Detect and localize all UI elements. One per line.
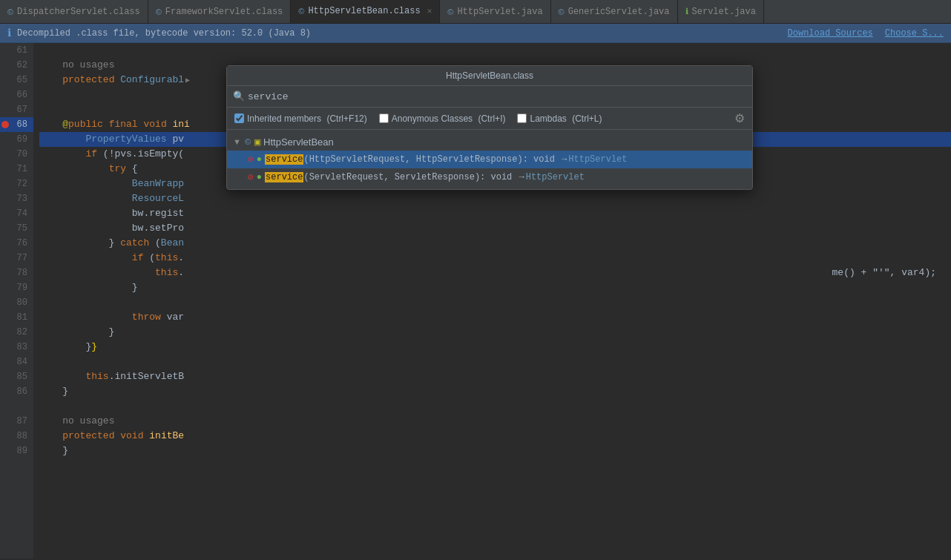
choose-sources-link[interactable]: Choose S...	[885, 28, 944, 39]
code-line-73: bw.regist	[39, 206, 951, 221]
filter-lambdas-checkbox[interactable]	[517, 113, 527, 123]
gutter-87	[0, 399, 33, 414]
tab-dispatcher[interactable]: © DispatcherServlet.class	[0, 0, 148, 23]
gutter-65: 65	[0, 73, 33, 88]
gutter-84: 84	[0, 355, 33, 369]
tab-httpservlet[interactable]: © HttpServlet.java	[440, 0, 550, 23]
code-line-83	[39, 355, 951, 369]
breakpoint-68	[1, 121, 9, 128]
code-line-87: protected void initBe	[39, 429, 951, 444]
gutter-77: 77	[0, 251, 33, 266]
gutter-68: 68	[0, 117, 33, 132]
code-line-82: }}	[39, 340, 951, 355]
class-icon: ©	[245, 137, 251, 146]
tab-icon-genericservlet: ©	[559, 7, 565, 16]
tab-label-genericservlet: GenericServlet.java	[568, 7, 670, 17]
tree-class-row[interactable]: ▼ © ▣ HttpServletBean	[227, 133, 752, 151]
info-text: Decompiled .class file, bytecode version…	[17, 28, 311, 39]
method-params-2: (ServletRequest, ServletResponse): void	[303, 172, 517, 182]
popup-title: HttpServletBean.class	[446, 70, 533, 81]
tab-framework[interactable]: © FrameworkServlet.class	[148, 0, 292, 23]
method-name-highlight-2: service	[265, 172, 303, 182]
gutter-79: 79	[0, 280, 33, 295]
tab-close-httpservletbean[interactable]: ✕	[427, 6, 432, 16]
tab-icon-servlet: ℹ	[685, 7, 688, 16]
gutter-73: 73	[0, 191, 33, 206]
tab-label-dispatcher: DispatcherServlet.class	[17, 7, 140, 17]
line-number-gutter: 61 62 65 66 67 68 69 70 71 72 73 74 75 7…	[0, 43, 33, 559]
search-input[interactable]	[248, 91, 746, 102]
filter-lambdas[interactable]: Lambdas (Ctrl+L)	[517, 113, 602, 124]
settings-gear-icon[interactable]: ⚙	[734, 111, 745, 125]
tab-bar: © DispatcherServlet.class © FrameworkSer…	[0, 0, 951, 24]
tab-genericservlet[interactable]: © GenericServlet.java	[551, 0, 678, 23]
gutter-80: 80	[0, 295, 33, 310]
info-bar-actions: Download Sources Choose S...	[788, 28, 944, 39]
info-bar: ℹ Decompiled .class file, bytecode versi…	[0, 24, 951, 43]
tab-icon-httpservletbean: ©	[298, 7, 304, 16]
code-line-75: } catch (Bean	[39, 236, 951, 251]
gutter-82: 82	[0, 325, 33, 340]
tab-icon-dispatcher: ©	[7, 7, 13, 16]
method-class-ref-2: HttpServlet	[526, 172, 585, 182]
gutter-76: 76	[0, 236, 33, 251]
code-line-84: this.initServletB	[39, 369, 951, 384]
gutter-71: 71	[0, 162, 33, 177]
filter-lambdas-label: Lambdas	[530, 113, 566, 124]
code-line-78: }	[39, 280, 951, 295]
filter-anonymous-checkbox[interactable]	[379, 113, 389, 123]
tab-label-httpservlet: HttpServlet.java	[457, 7, 542, 17]
gutter-86: 86	[0, 384, 33, 399]
gutter-62: 62	[0, 58, 33, 73]
gutter-78: 78	[0, 266, 33, 280]
code-line-79	[39, 295, 951, 310]
filter-inherited-checkbox[interactable]	[234, 113, 244, 123]
popup-filters: Inherited members (Ctrl+F12) Anonymous C…	[227, 108, 752, 130]
method-class-ref-1: HttpServlet	[568, 154, 627, 165]
bean-icon: ▣	[254, 137, 261, 147]
gutter-69: 69	[0, 132, 33, 147]
method-row-1[interactable]: ⊘ ● service (HttpServletRequest, HttpSer…	[227, 151, 752, 168]
method-arrow-1: →	[562, 154, 567, 165]
tab-icon-httpservlet: ©	[447, 7, 453, 16]
popup-header: HttpServletBean.class	[227, 66, 752, 86]
code-line-81: }	[39, 325, 951, 340]
filter-lambdas-shortcut: (Ctrl+L)	[570, 113, 602, 124]
download-sources-link[interactable]: Download Sources	[788, 28, 873, 39]
filter-inherited-label: Inherited members	[247, 113, 321, 124]
code-line-74: bw.setPro	[39, 221, 951, 236]
tab-label-httpservletbean: HttpServletBean.class	[308, 6, 420, 16]
method-visibility-icon-2: ●	[257, 172, 262, 182]
gutter-88: 88	[0, 429, 33, 444]
filter-inherited-shortcut: (Ctrl+F12)	[324, 113, 367, 124]
code-line-86	[39, 399, 951, 414]
filter-inherited[interactable]: Inherited members (Ctrl+F12)	[234, 113, 367, 124]
popup-tree: ▼ © ▣ HttpServletBean ⊘ ● service (HttpS…	[227, 130, 752, 189]
code-line-85: }	[39, 384, 951, 399]
gutter-67: 67	[0, 102, 33, 117]
tab-label-servlet: Servlet.java	[692, 7, 756, 17]
tree-class-name: HttpServletBean	[263, 136, 334, 148]
tab-servlet[interactable]: ℹ Servlet.java	[678, 0, 764, 23]
code-line-61	[39, 43, 951, 58]
gutter-81: 81	[0, 310, 33, 325]
code-line-89	[39, 458, 951, 473]
gutter-75: 75	[0, 221, 33, 236]
method-arrow-2: →	[519, 172, 524, 182]
gutter-85: 85	[0, 369, 33, 384]
info-icon: ℹ	[7, 27, 11, 39]
code-line-88: }	[39, 444, 951, 458]
popup-search-bar[interactable]: 🔍	[227, 86, 752, 108]
tree-expand-icon: ▼	[233, 137, 242, 146]
method-name-highlight-1: service	[265, 154, 303, 165]
code-line-80: throw var	[39, 310, 951, 325]
code-line-77: this.me() + "'", var4);	[39, 266, 951, 280]
gutter-61: 61	[0, 43, 33, 58]
filter-anonymous[interactable]: Anonymous Classes (Ctrl+I)	[379, 113, 506, 124]
gutter-70: 70	[0, 147, 33, 162]
method-visibility-icon-1: ●	[257, 154, 262, 165]
code-line-76: if (this.	[39, 251, 951, 266]
tab-httpservletbean[interactable]: © HttpServletBean.class ✕	[291, 0, 440, 23]
method-row-2[interactable]: ⊘ ● service (ServletRequest, ServletResp…	[227, 168, 752, 186]
filter-anonymous-label: Anonymous Classes	[392, 113, 473, 124]
